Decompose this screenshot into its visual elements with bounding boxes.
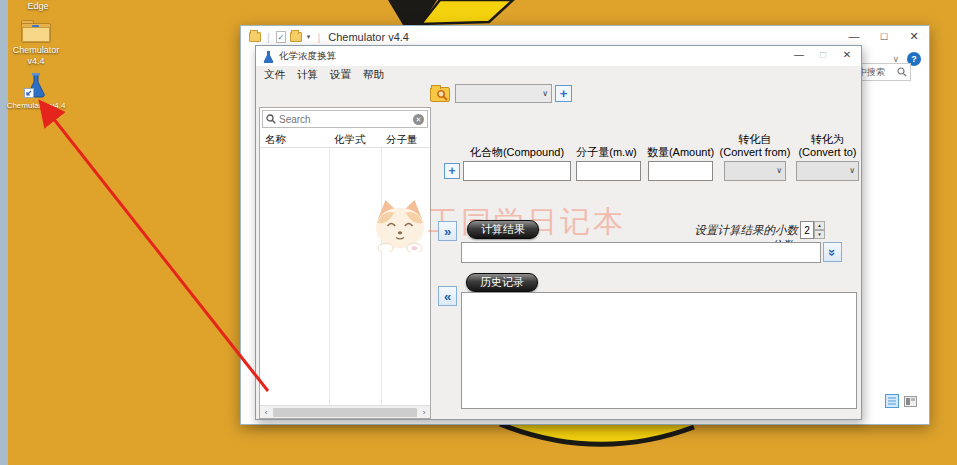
dialog-maximize-button: □ — [811, 46, 835, 66]
column-name[interactable]: 名称 — [265, 133, 286, 147]
qat-properties-icon[interactable]: ✓ — [276, 31, 286, 43]
label-amount: 数量(Amount) — [644, 132, 717, 159]
add-compound-button[interactable]: + — [555, 85, 572, 102]
qat-caret-down-icon[interactable]: ▾ — [307, 33, 311, 41]
corgi-watermark — [371, 198, 429, 252]
open-folder-search-button[interactable] — [430, 84, 451, 103]
molweight-input[interactable] — [576, 161, 641, 181]
horizontal-scrollbar[interactable]: ‹ › — [260, 405, 430, 418]
result-output-box[interactable] — [461, 242, 821, 263]
compound-list-panel: ✕ 名称 化学式 分子量 ‹ › — [259, 107, 431, 419]
decimal-places-value[interactable]: 2 — [800, 221, 814, 239]
clear-search-icon[interactable]: ✕ — [413, 114, 424, 125]
amount-input[interactable] — [648, 161, 713, 181]
magnifier-icon — [436, 89, 448, 101]
chevron-down-icon: ∨ — [776, 166, 782, 175]
icon-label-line2: v4.4 — [6, 56, 66, 67]
separator: | — [267, 31, 270, 43]
column-molweight[interactable]: 分子量 — [386, 133, 418, 147]
wallpaper-left-strip — [0, 0, 8, 465]
desktop: Microsoft Edge Chemulator v4.4 Chemulato… — [0, 0, 957, 465]
label-compound: 化合物(Compound) — [463, 132, 571, 159]
qat-folder-icon[interactable] — [249, 32, 261, 42]
label-molweight: 分子量(m.w) — [572, 132, 641, 159]
desktop-icon-chemulator-app[interactable]: Chemulator v4.4 — [6, 72, 66, 111]
view-details-icon[interactable] — [885, 394, 899, 408]
search-input[interactable] — [279, 114, 410, 125]
icon-label-line2: Edge — [8, 1, 68, 12]
toolbar: ∨ + — [256, 84, 861, 106]
label-convert-from: 转化自(Convert from) — [716, 132, 794, 159]
list-header-row[interactable]: 名称 化学式 分子量 — [260, 130, 430, 148]
convert-to-combobox[interactable]: ∨ — [796, 161, 859, 181]
dialog-minimize-button[interactable]: — — [787, 46, 811, 66]
flask-app-icon — [24, 72, 48, 98]
view-thumbnails-icon[interactable] — [904, 396, 917, 407]
folder-icon — [21, 20, 51, 43]
convert-from-combobox[interactable]: ∨ — [724, 161, 786, 181]
spin-up-icon[interactable]: ▲ — [814, 221, 825, 230]
scroll-left-icon[interactable]: ‹ — [260, 408, 272, 417]
search-icon — [266, 114, 276, 124]
chemulator-dialog: 化学浓度换算 — □ ✕ 文件 计算 设置 帮助 ∨ — [255, 45, 862, 420]
expand-right-icon[interactable]: » — [438, 221, 457, 241]
scroll-right-icon[interactable]: › — [418, 408, 430, 417]
separator: | — [317, 31, 320, 43]
compound-input[interactable] — [463, 161, 571, 181]
chevron-down-icon: ∨ — [849, 166, 855, 175]
history-list-box[interactable] — [461, 292, 857, 409]
desktop-icon-chemulator-folder[interactable]: Chemulator v4.4 — [6, 20, 66, 67]
collapse-left-icon[interactable]: « — [438, 286, 457, 306]
icon-label: Chemulator v4.4 — [6, 100, 66, 111]
flask-icon — [263, 50, 274, 63]
calculate-button[interactable]: 计算结果 — [467, 220, 539, 239]
decimal-places-spinner[interactable]: 2 ▲ ▼ — [800, 221, 825, 239]
qat-newfolder-icon[interactable] — [290, 32, 302, 42]
shortcut-arrow-icon — [24, 88, 34, 98]
menu-bar: 文件 计算 设置 帮助 — [256, 66, 861, 83]
compound-select-combobox[interactable]: ∨ — [455, 84, 552, 103]
add-row-button[interactable]: + — [444, 163, 460, 179]
icon-label-line1: Chemulator — [6, 45, 66, 56]
label-convert-to: 转化为(Convert to) — [792, 132, 863, 159]
spin-down-icon[interactable]: ▼ — [814, 230, 825, 239]
history-button[interactable]: 历史记录 — [466, 273, 538, 292]
explorer-maximize-button[interactable]: □ — [869, 26, 899, 48]
dialog-title: 化学浓度换算 — [279, 50, 336, 63]
compound-list[interactable] — [260, 148, 430, 405]
menu-help[interactable]: 帮助 — [363, 68, 384, 82]
search-icon — [897, 67, 907, 77]
dialog-close-button[interactable]: ✕ — [835, 46, 859, 66]
expand-down-icon[interactable]: » — [823, 242, 842, 262]
explorer-title: Chemulator v4.4 — [328, 31, 409, 43]
panel-search-box[interactable]: ✕ — [262, 110, 428, 128]
desktop-icon-edge[interactable]: Microsoft Edge — [8, 0, 68, 12]
dialog-titlebar[interactable]: 化学浓度换算 — □ ✕ — [256, 46, 861, 66]
explorer-close-button[interactable]: ✕ — [899, 26, 929, 48]
menu-file[interactable]: 文件 — [264, 68, 285, 82]
column-formula[interactable]: 化学式 — [334, 133, 366, 147]
menu-settings[interactable]: 设置 — [330, 68, 351, 82]
chevron-down-icon: ∨ — [542, 89, 548, 98]
scrollbar-thumb[interactable] — [273, 408, 417, 417]
menu-calculate[interactable]: 计算 — [297, 68, 318, 82]
